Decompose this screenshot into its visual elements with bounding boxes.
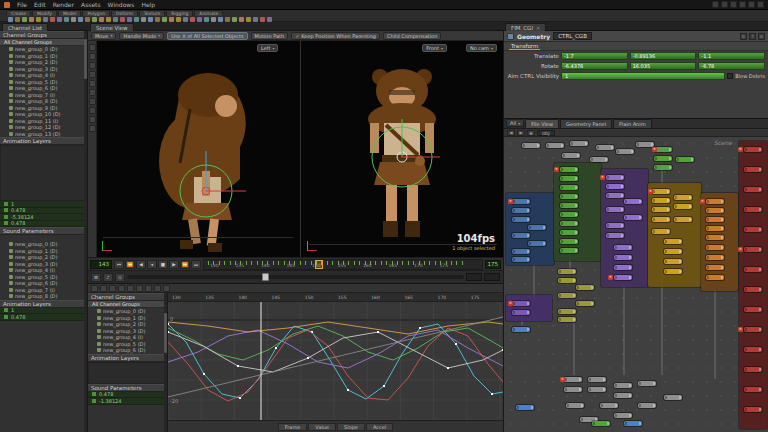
anim-curve[interactable] — [168, 322, 503, 334]
character-front-view[interactable] — [322, 49, 482, 254]
tab-scene-view[interactable]: Scene View — [90, 23, 134, 31]
keyframe-dot[interactable] — [237, 365, 239, 367]
aim-visibility-slider[interactable]: 1 — [561, 72, 725, 80]
network-node[interactable] — [614, 393, 632, 398]
current-frame-field[interactable]: 143 — [90, 260, 112, 269]
graph-tool-icon[interactable] — [118, 285, 125, 292]
shelf-tool-icon[interactable] — [169, 17, 174, 22]
network-node[interactable] — [570, 141, 588, 146]
keyframe-dot[interactable] — [203, 373, 205, 375]
network-node[interactable] — [706, 199, 724, 204]
shelf-tab-texture[interactable]: Texture — [139, 10, 165, 16]
shelf-tool-icon[interactable] — [120, 17, 125, 22]
keyframe-options-button[interactable]: ◇ — [115, 273, 125, 282]
shelf-tool-icon[interactable] — [267, 17, 272, 22]
menu-windows[interactable]: Windows — [108, 1, 135, 8]
shelf-tool-icon[interactable] — [22, 17, 27, 22]
graph-editor[interactable]: 130135140145150155160165170175 0 -20 Fra… — [168, 293, 503, 432]
viewport-tool-icon[interactable] — [89, 62, 96, 69]
shelf-tool-icon[interactable] — [197, 17, 202, 22]
node-error-badge[interactable]: ✕ — [738, 147, 743, 152]
network-node[interactable] — [744, 167, 762, 172]
shelf-tool-icon[interactable] — [176, 17, 181, 22]
graph-footer-slope[interactable]: Slope — [337, 423, 365, 431]
keyframe-dot[interactable] — [168, 323, 169, 325]
graph-tool-icon[interactable] — [100, 285, 107, 292]
shelf-tab-model[interactable]: Model — [58, 10, 82, 16]
shelf-tool-icon[interactable] — [141, 17, 146, 22]
network-node[interactable] — [576, 285, 594, 290]
keyframe-dot[interactable] — [275, 347, 277, 349]
network-node[interactable] — [744, 147, 762, 152]
blow-debris-checkbox[interactable] — [727, 73, 733, 79]
network-node[interactable] — [600, 403, 618, 408]
network-node[interactable] — [512, 301, 530, 306]
network-node[interactable] — [560, 167, 578, 172]
network-node[interactable] — [664, 239, 682, 244]
network-group-box[interactable] — [506, 295, 552, 321]
shelf-tool-icon[interactable] — [106, 17, 111, 22]
network-node[interactable] — [560, 230, 578, 235]
network-node[interactable] — [744, 247, 762, 252]
node-error-badge[interactable]: ✕ — [700, 199, 705, 204]
network-node[interactable] — [674, 217, 692, 222]
network-node[interactable] — [744, 407, 762, 412]
jump-start-button[interactable]: ⏮ — [114, 260, 124, 269]
viewport-canvas[interactable]: Left▾ Front▾ No cam▾ 104fps 1 object sel… — [97, 41, 503, 257]
network-node[interactable] — [624, 421, 642, 426]
graph-footer-value[interactable]: Value — [308, 423, 336, 431]
network-node[interactable] — [592, 421, 610, 426]
sound-parameter-row[interactable]: 0.478 — [0, 314, 87, 321]
node-name-field[interactable]: CTRL_CGB — [553, 32, 592, 40]
network-node[interactable] — [652, 229, 670, 234]
network-node[interactable] — [744, 387, 762, 392]
shelf-tool-icon[interactable] — [148, 17, 153, 22]
keyframe-dot[interactable] — [307, 357, 309, 359]
network-tab-file-view[interactable]: File View — [525, 119, 559, 128]
graph-tool-icon[interactable] — [163, 285, 170, 292]
shelf-tool-icon[interactable] — [218, 17, 223, 22]
animation-curves[interactable] — [168, 302, 503, 421]
menu-help[interactable]: Help — [141, 1, 155, 8]
viewport-tool-icon[interactable] — [89, 98, 96, 105]
network-tab-geometry-panel[interactable]: Geometry Panel — [560, 119, 612, 128]
keyframe-dot[interactable] — [383, 385, 385, 387]
shelf-tool-icon[interactable] — [71, 17, 76, 22]
network-node[interactable] — [744, 187, 762, 192]
up-icon[interactable]: ▲ — [527, 130, 535, 136]
node-error-badge[interactable]: ✕ — [508, 301, 513, 306]
menubar-tool-icon[interactable] — [730, 1, 737, 8]
network-node[interactable] — [706, 255, 724, 260]
network-node[interactable] — [614, 265, 632, 270]
handle-mode-dropdown[interactable]: Handle Mode▾ — [119, 32, 164, 40]
network-node[interactable] — [512, 208, 530, 213]
jump-end-button[interactable]: ⏭ — [191, 260, 201, 269]
step-back-button[interactable]: ◀ — [136, 260, 146, 269]
timeline-ruler[interactable]: 130135140145150155160165170175 — [203, 259, 483, 270]
network-node[interactable] — [606, 233, 624, 238]
pin-icon[interactable]: ⊙ — [758, 33, 765, 40]
shelf-tool-icon[interactable] — [260, 17, 265, 22]
shelf-tool-icon[interactable] — [92, 17, 97, 22]
viewport-tool-icon[interactable] — [89, 44, 96, 51]
network-node[interactable] — [560, 185, 578, 190]
network-node[interactable] — [744, 327, 762, 332]
param-value-field[interactable]: -1.1 — [698, 52, 765, 60]
network-canvas[interactable]: Scene ✕✕✕✕✕✕✕✕✕✕✕✕ — [504, 137, 768, 432]
menu-render[interactable]: Render — [53, 1, 74, 8]
graph-tool-icon[interactable] — [109, 285, 116, 292]
network-node[interactable] — [744, 267, 762, 272]
network-node[interactable] — [664, 269, 682, 274]
network-node[interactable] — [528, 241, 546, 246]
network-node[interactable] — [512, 199, 530, 204]
network-node[interactable] — [614, 383, 632, 388]
network-node[interactable] — [560, 203, 578, 208]
shelf-tool-icon[interactable] — [64, 17, 69, 22]
network-node[interactable] — [744, 227, 762, 232]
network-node[interactable] — [564, 387, 582, 392]
network-node[interactable] — [744, 367, 762, 372]
network-node[interactable] — [606, 184, 624, 189]
network-node[interactable] — [676, 157, 694, 162]
network-node[interactable] — [564, 377, 582, 382]
shelf-tool-icon[interactable] — [211, 17, 216, 22]
